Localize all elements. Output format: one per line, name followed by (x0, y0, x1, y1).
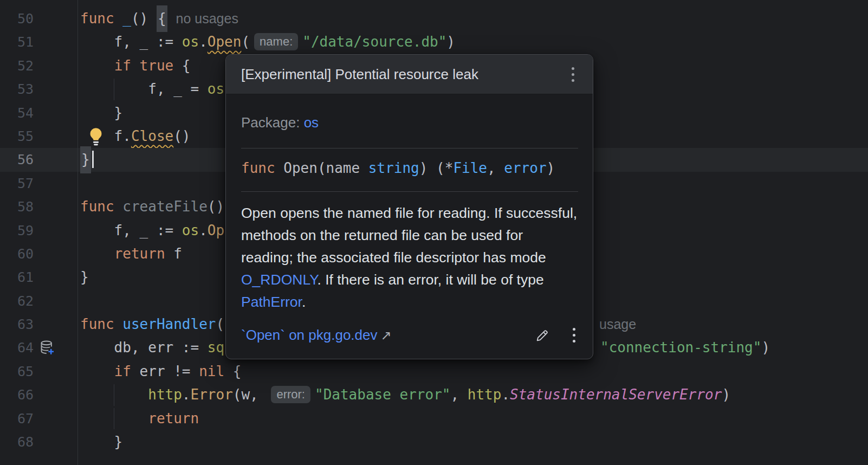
pkg-go-dev-link[interactable]: `Open` on pkg.go.dev↗ (241, 327, 392, 344)
code-token: os (208, 81, 224, 97)
code-token: sq (208, 339, 224, 356)
package-link[interactable]: os (304, 114, 319, 131)
code-token: http (468, 386, 502, 403)
usages-hint[interactable]: usage (599, 317, 636, 332)
code-token: f, _ = (80, 81, 208, 97)
code-token: . (182, 386, 191, 403)
code-token: userHandler (122, 316, 216, 332)
doc-text: Open opens the named file for reading. I… (241, 202, 578, 313)
code-fragment: "connection-string") (600, 336, 770, 359)
code-token: Op (208, 222, 224, 238)
code-token: f. (80, 128, 131, 144)
line-number: 57 (0, 172, 77, 195)
parameter-name-hint[interactable]: error: (271, 386, 310, 403)
code-token: "/data/source.db" (302, 34, 446, 50)
code-token: } (80, 434, 122, 450)
code-text[interactable]: http.Error(w, error:"Database error", ht… (80, 383, 868, 406)
code-token: func (80, 198, 122, 215)
line-number: 56 (0, 148, 77, 171)
external-link-arrow-icon: ↗ (381, 328, 392, 343)
code-token: ) (722, 386, 730, 403)
code-token: . (199, 222, 208, 238)
edit-icon[interactable] (535, 328, 550, 343)
database-add-icon[interactable] (38, 339, 56, 359)
code-token: if (114, 363, 140, 379)
parameter-name-hint[interactable]: name: (254, 33, 298, 50)
ide-editor-window: 50func _() {no usages51 f, _ := os.Open(… (0, 0, 868, 465)
doc-text-segment: . (302, 294, 306, 310)
package-row: Package: os (241, 114, 319, 131)
code-token: os (182, 34, 199, 50)
code-token: () (208, 198, 224, 215)
code-token: error (504, 160, 546, 176)
line-number: 62 (0, 289, 77, 313)
code-token: Open(name (283, 160, 368, 176)
code-token (80, 363, 114, 379)
code-token: . (501, 386, 510, 403)
code-text[interactable]: } (80, 430, 868, 454)
code-line[interactable]: 67 return (0, 407, 868, 430)
more-options-icon[interactable] (569, 65, 576, 84)
code-line[interactable]: 51 f, _ := os.Open(name:"/data/source.db… (0, 30, 868, 54)
code-token: () (131, 10, 157, 27)
code-token: err != (140, 363, 199, 379)
more-options-icon[interactable] (571, 326, 578, 345)
code-token: { (173, 57, 190, 74)
code-token: func (241, 160, 283, 176)
popup-footer: `Open` on pkg.go.dev↗ (241, 326, 578, 345)
usages-hint[interactable]: no usages (176, 11, 238, 26)
documentation-popup: [Experimental] Potential resource leak P… (225, 54, 593, 359)
code-line[interactable]: 65 if err != nil { (0, 360, 868, 383)
code-text[interactable]: if err != nil { (80, 360, 868, 383)
function-signature: func Open(name string) (*File, error) (241, 160, 555, 176)
code-token: ) (761, 339, 770, 356)
code-token: Close (131, 128, 173, 144)
doc-link[interactable]: PathError (241, 294, 302, 310)
code-token: , (450, 386, 467, 403)
line-number: 67 (0, 407, 77, 430)
code-token: f, _ := (80, 34, 182, 50)
divider (241, 191, 578, 192)
popup-title: [Experimental] Potential resource leak (241, 66, 569, 83)
popup-body: Package: os func Open(name string) (*Fil… (226, 95, 593, 359)
code-token (80, 386, 148, 403)
code-token: Error (191, 386, 233, 403)
code-token: ( (241, 34, 250, 50)
code-token: StatusInternalServerError (510, 386, 722, 403)
code-line[interactable]: 68 } (0, 430, 868, 454)
code-token: } (80, 146, 91, 173)
doc-link[interactable]: O_RDONLY (241, 272, 317, 288)
code-text[interactable]: return (80, 407, 868, 430)
code-line[interactable]: 66 http.Error(w, error:"Database error",… (0, 383, 868, 406)
code-token: func (80, 10, 122, 27)
code-token: "Database error" (315, 386, 450, 403)
code-token: return (114, 246, 165, 262)
line-number: 55 (0, 125, 77, 148)
code-line[interactable]: 50func _() {no usages (0, 7, 868, 30)
code-fragment: usage (599, 313, 636, 336)
code-token: http (148, 386, 182, 403)
line-number: 59 (0, 219, 77, 242)
line-number: 65 (0, 360, 77, 383)
code-token: File (453, 160, 487, 176)
line-number: 60 (0, 242, 77, 266)
code-token (80, 57, 114, 74)
package-label: Package: (241, 114, 300, 131)
line-number: 50 (0, 7, 77, 30)
code-token (80, 410, 148, 427)
line-number: 54 (0, 101, 77, 125)
gutter-separator (77, 0, 78, 465)
doc-text-segment: Open opens the named file for reading. I… (241, 205, 577, 266)
text-caret (92, 151, 94, 168)
code-token: } (80, 269, 89, 285)
code-token: , (487, 160, 504, 176)
code-text[interactable]: f, _ := os.Open(name:"/data/source.db") (80, 30, 868, 54)
code-token: (w, (233, 386, 267, 403)
line-number: 52 (0, 54, 77, 78)
code-token: func (80, 316, 122, 332)
line-number: 51 (0, 30, 77, 54)
line-number: 53 (0, 78, 77, 101)
code-text[interactable]: func _() {no usages (80, 7, 868, 30)
code-token (80, 246, 114, 262)
code-token: ( (216, 316, 224, 332)
